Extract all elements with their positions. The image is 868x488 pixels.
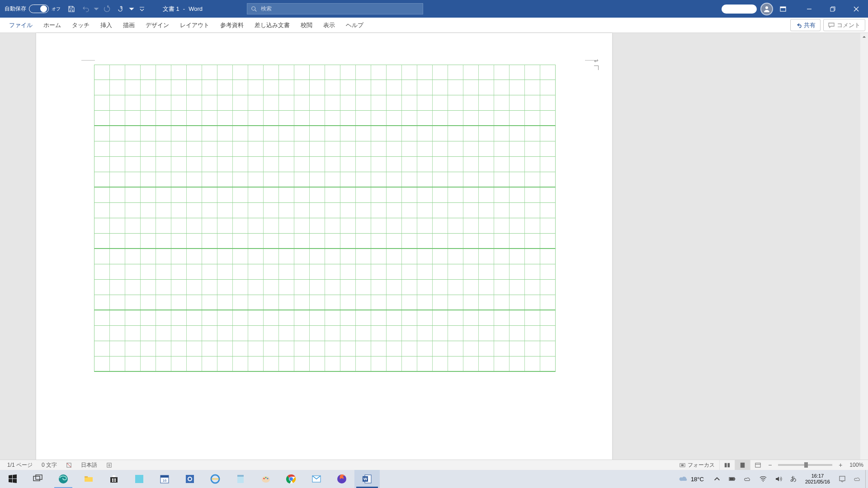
svg-rect-48 xyxy=(730,478,734,480)
autosave-pill-icon xyxy=(40,5,47,12)
zoom-out-button[interactable]: − xyxy=(765,461,774,469)
tray-sync[interactable] xyxy=(850,470,865,488)
tab-help[interactable]: ヘルプ xyxy=(340,18,369,33)
vertical-scrollbar[interactable] xyxy=(860,33,868,475)
window-controls xyxy=(797,0,868,18)
tab-insert[interactable]: 挿入 xyxy=(95,18,118,33)
taskbar-store[interactable] xyxy=(101,470,127,488)
tray-volume[interactable] xyxy=(771,470,786,488)
undo-button[interactable] xyxy=(79,0,93,18)
firefox-icon xyxy=(336,474,347,484)
svg-point-36 xyxy=(264,478,265,479)
cloud-icon xyxy=(679,474,688,483)
close-button[interactable] xyxy=(844,0,868,18)
taskbar: 16 W 18°C あ 16:17 2021/05/16 xyxy=(0,470,868,488)
calendar-icon: 16 xyxy=(159,474,170,484)
clock[interactable]: 16:17 2021/05/16 xyxy=(801,473,835,485)
tab-design[interactable]: デザイン xyxy=(140,18,175,33)
zoom-level[interactable]: 100% xyxy=(845,460,865,470)
print-layout-button[interactable] xyxy=(735,460,750,470)
taskbar-paint[interactable] xyxy=(253,470,278,488)
tray-onedrive[interactable] xyxy=(740,470,755,488)
taskbar-ie[interactable] xyxy=(203,470,228,488)
taskbar-calendar[interactable]: 16 xyxy=(152,470,177,488)
share-button[interactable]: 共有 xyxy=(790,19,821,31)
zoom-slider[interactable] xyxy=(778,464,832,466)
taskbar-app-generic-1[interactable] xyxy=(127,470,152,488)
taskbar-explorer[interactable] xyxy=(76,470,101,488)
tray-chevron[interactable] xyxy=(709,470,725,488)
svg-rect-25 xyxy=(135,475,143,483)
volume-icon xyxy=(775,475,782,483)
grid-row xyxy=(94,264,556,280)
undo-icon xyxy=(82,5,90,13)
user-name-pill[interactable] xyxy=(722,5,757,14)
ribbon-display-button[interactable] xyxy=(774,0,792,18)
svg-text:16: 16 xyxy=(163,479,167,483)
avatar[interactable] xyxy=(760,3,773,15)
taskbar-edge[interactable] xyxy=(51,470,76,488)
search-input[interactable]: 検索 xyxy=(247,3,423,14)
tray-wifi[interactable] xyxy=(755,470,771,488)
start-button[interactable] xyxy=(0,470,25,488)
focus-mode-button[interactable]: フォーカス xyxy=(675,460,719,470)
page-indicator[interactable]: 1/1 ページ xyxy=(3,460,37,470)
scroll-up-button[interactable] xyxy=(860,33,868,41)
notification-button[interactable] xyxy=(835,470,850,488)
web-layout-button[interactable] xyxy=(750,460,765,470)
clock-time: 16:17 xyxy=(811,473,824,479)
paragraph-mark-icon: ↵ xyxy=(594,58,599,64)
customize-qat-button[interactable] xyxy=(135,0,149,18)
comment-button[interactable]: コメント xyxy=(823,19,865,31)
autosave-control[interactable]: 自動保存 オフ xyxy=(0,5,61,13)
taskbar-mail[interactable] xyxy=(304,470,329,488)
comment-label: コメント xyxy=(837,21,860,29)
word-count[interactable]: 0 文字 xyxy=(37,460,61,470)
tab-view[interactable]: 表示 xyxy=(318,18,340,33)
zoom-in-button[interactable]: + xyxy=(836,461,845,469)
autosave-toggle[interactable] xyxy=(29,5,49,13)
tab-home[interactable]: ホーム xyxy=(38,18,66,33)
grid-row xyxy=(94,357,556,372)
restore-button[interactable] xyxy=(821,0,844,18)
taskbar-notepad[interactable] xyxy=(228,470,253,488)
restore-icon xyxy=(830,6,835,12)
task-view-button[interactable] xyxy=(25,470,51,488)
tab-draw[interactable]: 描画 xyxy=(118,18,140,33)
tray-battery[interactable] xyxy=(725,470,740,488)
tab-review[interactable]: 校閲 xyxy=(295,18,318,33)
taskbar-word[interactable]: W xyxy=(354,470,380,488)
proofing-button[interactable] xyxy=(61,460,76,470)
accessibility-button[interactable] xyxy=(102,460,117,470)
undo-dropdown-icon[interactable] xyxy=(93,0,99,18)
touch-mode-dropdown-icon[interactable] xyxy=(128,0,135,18)
svg-point-0 xyxy=(252,6,255,10)
taskbar-camera[interactable] xyxy=(177,470,203,488)
grid-row xyxy=(94,249,556,264)
taskbar-firefox[interactable] xyxy=(329,470,354,488)
language-indicator[interactable]: 日本語 xyxy=(76,460,102,470)
ime-indicator[interactable]: あ xyxy=(786,470,801,488)
tab-references[interactable]: 参考資料 xyxy=(215,18,249,33)
tab-mailings[interactable]: 差し込み文書 xyxy=(249,18,295,33)
save-button[interactable] xyxy=(64,0,79,18)
minimize-button[interactable] xyxy=(797,0,821,18)
page[interactable]: ↵ xyxy=(36,33,612,475)
svg-point-40 xyxy=(289,477,293,481)
show-desktop-button[interactable] xyxy=(865,470,868,488)
weather-widget[interactable]: 18°C xyxy=(674,474,709,483)
tab-layout[interactable]: レイアウト xyxy=(175,18,215,33)
ribbon-display-icon xyxy=(779,5,787,13)
chevron-up-icon xyxy=(862,35,866,39)
redo-button[interactable] xyxy=(99,0,114,18)
notepad-icon xyxy=(235,474,246,484)
svg-rect-17 xyxy=(33,476,40,481)
tab-touch[interactable]: タッチ xyxy=(66,18,95,33)
focus-icon xyxy=(679,462,685,468)
genkou-grid[interactable] xyxy=(94,65,556,471)
read-mode-button[interactable] xyxy=(719,460,735,470)
tab-file[interactable]: ファイル xyxy=(4,18,38,33)
touch-mode-button[interactable] xyxy=(114,0,128,18)
store-icon xyxy=(108,474,119,484)
taskbar-chrome[interactable] xyxy=(278,470,304,488)
